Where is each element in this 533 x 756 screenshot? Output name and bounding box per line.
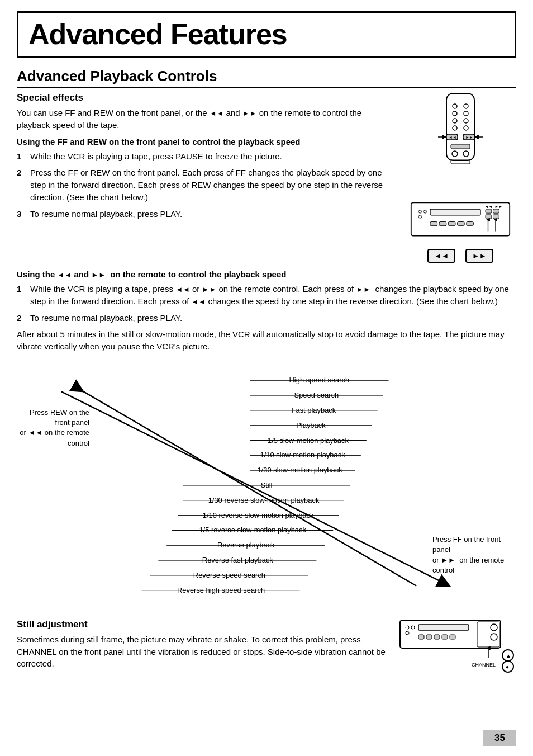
svg-text:Reverse speed search: Reverse speed search	[193, 571, 265, 579]
top-right-illustrations: ◄◄ ►►	[404, 92, 516, 263]
remote-illustration: ◄◄ ►►	[435, 92, 486, 193]
svg-point-73	[406, 631, 409, 635]
remote-buttons-row: ◄◄ ►►	[427, 249, 493, 263]
subsection1-title: Special effects	[17, 92, 396, 103]
svg-point-16	[452, 151, 458, 157]
top-left: Special effects You can use FF and REW o…	[17, 92, 396, 263]
svg-rect-27	[493, 215, 499, 219]
subsection1-note: After about 5 minutes in the still or sl…	[17, 328, 516, 353]
section-title: Advanced Playback Controls	[17, 68, 516, 88]
svg-rect-32	[467, 222, 474, 226]
chart-right-label: Press FF on the front panelor ►► on the …	[432, 535, 516, 575]
svg-point-79	[491, 624, 497, 631]
svg-rect-25	[493, 209, 499, 213]
svg-point-6	[464, 119, 468, 123]
svg-point-5	[453, 119, 457, 123]
svg-text:1/10 reverse slow-motion playb: 1/10 reverse slow-motion playback	[203, 511, 314, 519]
svg-point-72	[411, 626, 415, 629]
ff-icon: ►►	[242, 108, 257, 119]
bottom-section: Still adjustment Sometimes during still …	[17, 619, 516, 675]
svg-point-3	[453, 111, 457, 116]
step1: 1While the VCR is playing a tape, press …	[17, 150, 396, 163]
svg-text:Speed search: Speed search	[294, 391, 339, 399]
bottom-right-illustration: CHANNEL ▲ ●	[404, 619, 516, 675]
vcr-illustration-top: ◄◄ ►►	[410, 200, 511, 239]
svg-rect-15	[451, 144, 470, 149]
step-remote-2: 2To resume normal playback, press PLAY.	[17, 312, 516, 324]
svg-point-80	[491, 634, 497, 640]
svg-point-2	[464, 104, 468, 108]
subsub2-section: Using the ◄◄ and ►► on the remote to con…	[17, 268, 516, 353]
svg-point-4	[464, 111, 468, 116]
page-number-bar: 35	[483, 730, 516, 746]
svg-text:CHANNEL: CHANNEL	[472, 662, 496, 668]
step3: 3To resume normal playback, press PLAY.	[17, 208, 396, 220]
svg-text:1/5 reverse slow-motion playba: 1/5 reverse slow-motion playback	[199, 526, 306, 534]
svg-text:1/30 slow-motion playback: 1/30 slow-motion playback	[258, 466, 343, 474]
svg-rect-77	[442, 635, 448, 639]
svg-text:Reverse fast playback: Reverse fast playback	[202, 556, 274, 564]
subsub1-heading: Using the FF and REW on the front panel …	[17, 136, 396, 148]
svg-text:Fast playback: Fast playback	[292, 406, 336, 414]
svg-rect-20	[430, 209, 480, 215]
svg-rect-78	[450, 635, 455, 639]
svg-text:1/30 reverse slow-motion playb: 1/30 reverse slow-motion playback	[208, 496, 320, 504]
page-title: Advanced Features	[28, 18, 505, 50]
rew-button-icon: ◄◄	[427, 249, 455, 263]
svg-point-7	[453, 126, 457, 130]
page-number: 35	[483, 730, 516, 746]
speed-chart: High speed search Speed search Fast play…	[17, 363, 516, 609]
bottom-left: Still adjustment Sometimes during still …	[17, 619, 396, 675]
subsection1-intro: You can use FF and REW on the front pane…	[17, 107, 396, 131]
svg-point-21	[418, 210, 421, 213]
svg-text:►►: ►►	[494, 204, 502, 209]
chart-left-label: Press REW on the front panelor ◄◄ on the…	[17, 408, 89, 448]
subsub1-steps: 1While the VCR is playing a tape, press …	[17, 150, 396, 220]
svg-text:Reverse high speed search: Reverse high speed search	[177, 586, 265, 594]
svg-text:Playback: Playback	[296, 421, 326, 429]
svg-text:Still: Still	[261, 481, 273, 489]
svg-text:◄◄: ◄◄	[449, 135, 456, 139]
svg-text:●: ●	[506, 664, 509, 670]
svg-text:1/10 slow-motion playback: 1/10 slow-motion playback	[260, 451, 346, 459]
page-title-box: Advanced Features	[17, 11, 516, 58]
svg-point-22	[423, 210, 426, 213]
svg-rect-70	[418, 625, 469, 630]
subsection2-text: Sometimes during still frame, the pictur…	[17, 634, 396, 670]
svg-text:1/5 slow-motion playback: 1/5 slow-motion playback	[268, 436, 349, 444]
svg-point-23	[418, 215, 421, 218]
subsub2-heading: Using the ◄◄ and ►► on the remote to con…	[17, 268, 516, 281]
svg-point-71	[406, 626, 409, 629]
subsection2-title: Still adjustment	[17, 619, 396, 630]
svg-rect-26	[486, 215, 492, 219]
svg-rect-24	[486, 209, 492, 213]
svg-rect-31	[458, 222, 465, 226]
svg-text:Reverse playback: Reverse playback	[217, 541, 275, 549]
vcr-illustration-bottom: CHANNEL ▲ ●	[399, 619, 522, 675]
svg-rect-75	[426, 635, 432, 639]
step-remote-1: 1While the VCR is playing a tape, press …	[17, 283, 516, 308]
svg-rect-30	[448, 222, 455, 226]
ff-button-icon: ►►	[465, 249, 493, 263]
rew-icon: ◄◄	[210, 108, 224, 119]
svg-point-8	[464, 126, 468, 130]
svg-text:◄◄: ◄◄	[484, 204, 492, 209]
svg-rect-74	[418, 635, 424, 639]
svg-point-1	[453, 104, 457, 108]
svg-rect-0	[446, 93, 474, 160]
svg-text:High speed search: High speed search	[289, 376, 350, 384]
svg-rect-29	[439, 222, 446, 226]
svg-text:▲: ▲	[506, 653, 511, 659]
top-content: Special effects You can use FF and REW o…	[17, 92, 516, 263]
subsub2-steps: 1While the VCR is playing a tape, press …	[17, 283, 516, 324]
svg-point-17	[463, 151, 469, 157]
svg-rect-28	[430, 222, 437, 226]
svg-text:►►: ►►	[465, 135, 473, 139]
step2: 2Press the FF or REW on the front panel.…	[17, 167, 396, 203]
svg-rect-76	[434, 635, 440, 639]
